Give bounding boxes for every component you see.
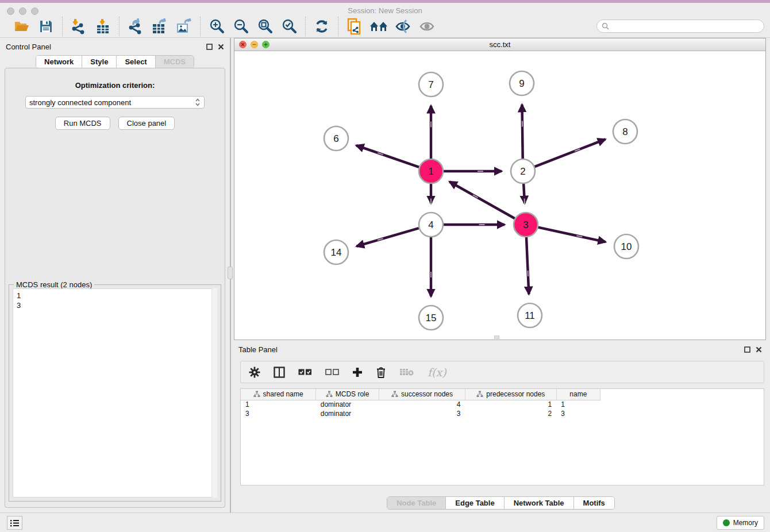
- column-header-predecessor-nodes[interactable]: predecessor nodes: [465, 389, 557, 400]
- mcds-result-title: MCDS result (2 nodes): [14, 280, 94, 289]
- column-layout-icon[interactable]: [274, 367, 285, 378]
- search-field[interactable]: [596, 20, 764, 33]
- optimization-criterion-select[interactable]: strongly connected component: [25, 96, 205, 109]
- zoom-in-icon[interactable]: [207, 17, 226, 36]
- network-view-window: scc.txt 7968124314101511: [234, 38, 766, 340]
- export-image-icon[interactable]: [175, 17, 193, 36]
- clear-selection-icon[interactable]: [325, 368, 339, 376]
- graph-node-4[interactable]: 4: [419, 213, 443, 237]
- zoom-fit-icon[interactable]: [256, 17, 274, 36]
- table-settings-gear-icon[interactable]: [249, 367, 260, 378]
- status-bar: Memory: [0, 512, 770, 532]
- graph-node-7[interactable]: 7: [419, 72, 443, 97]
- search-input[interactable]: [612, 22, 759, 30]
- float-table-panel-icon[interactable]: [744, 346, 750, 353]
- graph-node-8[interactable]: 8: [613, 119, 637, 144]
- svg-text:8: 8: [622, 126, 627, 137]
- edge-3-1[interactable]: [449, 182, 515, 218]
- panel-split-grip[interactable]: [228, 267, 233, 279]
- table-toolbar: f(x): [240, 361, 764, 383]
- show-graphics-details-icon[interactable]: [418, 17, 436, 36]
- column-header-name[interactable]: name: [556, 389, 600, 400]
- float-panel-icon[interactable]: [206, 44, 213, 50]
- edge-label-mark: [478, 171, 483, 172]
- graph-node-2[interactable]: 2: [511, 159, 535, 183]
- edge-label-mark: [430, 199, 432, 205]
- window-title: Session: New Session: [0, 6, 770, 15]
- svg-text:15: 15: [426, 313, 437, 323]
- close-panel-button[interactable]: Close panel: [118, 117, 175, 130]
- network-canvas[interactable]: 7968124314101511: [234, 51, 765, 340]
- mcds-result-text[interactable]: 1 3: [13, 288, 217, 498]
- graph-node-3[interactable]: 3: [514, 213, 538, 237]
- edge-label-mark: [430, 272, 432, 277]
- task-history-button[interactable]: [7, 516, 22, 530]
- edge-3-11[interactable]: [526, 237, 529, 294]
- select-all-icon[interactable]: [298, 368, 312, 376]
- home-layout-icon[interactable]: [369, 17, 388, 36]
- edge-3-10[interactable]: [538, 228, 605, 242]
- column-header-shared-name[interactable]: shared name: [241, 389, 316, 400]
- tab-edge-table[interactable]: Edge Table: [446, 497, 504, 509]
- column-header-successor-nodes[interactable]: successor nodes: [379, 389, 465, 400]
- edge-label-mark: [522, 121, 523, 126]
- tab-node-table[interactable]: Node Table: [387, 497, 446, 509]
- edge-4-14[interactable]: [357, 228, 419, 246]
- svg-text:9: 9: [519, 78, 524, 89]
- import-table-icon[interactable]: [94, 17, 112, 36]
- run-mcds-button[interactable]: Run MCDS: [55, 117, 110, 130]
- edge-label-mark: [430, 122, 432, 128]
- edge-2-9[interactable]: [522, 105, 522, 159]
- close-panel-icon[interactable]: [218, 44, 224, 50]
- network-scroll-grip[interactable]: [494, 336, 499, 339]
- refresh-network-view-icon[interactable]: [313, 17, 331, 36]
- main-area: Control Panel NetworkStyleSelectMCDS Opt…: [0, 38, 770, 512]
- tab-style[interactable]: Style: [82, 56, 117, 68]
- import-network-icon[interactable]: [70, 17, 88, 36]
- add-row-icon[interactable]: [352, 367, 363, 377]
- table-tabs: Node TableEdge TableNetwork TableMotifs: [232, 496, 770, 510]
- table-row[interactable]: 1dominator411: [241, 400, 764, 409]
- tab-motifs[interactable]: Motifs: [574, 497, 614, 509]
- result-scrollbar[interactable]: [211, 288, 217, 498]
- graph-node-14[interactable]: 14: [324, 240, 348, 264]
- graph-node-11[interactable]: 11: [518, 303, 542, 327]
- svg-text:1: 1: [428, 166, 433, 177]
- main-toolbar: [0, 15, 770, 38]
- hide-graphics-details-icon[interactable]: [394, 17, 412, 36]
- close-table-panel-icon[interactable]: [756, 346, 762, 353]
- delete-row-icon[interactable]: [376, 367, 386, 378]
- memory-button[interactable]: Memory: [717, 516, 764, 530]
- open-session-icon[interactable]: [13, 17, 31, 36]
- tab-select[interactable]: Select: [117, 56, 155, 68]
- memory-status-icon: [723, 519, 730, 526]
- svg-text:7: 7: [428, 79, 433, 90]
- tree-icon: [391, 391, 398, 398]
- save-session-icon[interactable]: [37, 17, 55, 36]
- edge-1-6[interactable]: [356, 145, 419, 167]
- tab-network[interactable]: Network: [36, 56, 82, 68]
- table-row[interactable]: 3dominator323: [241, 409, 764, 418]
- svg-text:3: 3: [523, 219, 528, 230]
- node-table[interactable]: shared nameMCDS rolesuccessor nodesprede…: [240, 388, 764, 485]
- graph-node-9[interactable]: 9: [510, 71, 534, 95]
- zoom-selected-icon[interactable]: [280, 17, 298, 36]
- graph-node-6[interactable]: 6: [324, 126, 348, 151]
- clone-network-icon[interactable]: [345, 17, 364, 36]
- application-window: Session: New Session: [0, 0, 770, 532]
- tab-mcds[interactable]: MCDS: [156, 56, 194, 68]
- network-window-titlebar[interactable]: scc.txt: [234, 38, 765, 51]
- memory-label: Memory: [733, 519, 758, 527]
- tab-network-table[interactable]: Network Table: [505, 497, 574, 509]
- edge-2-8[interactable]: [535, 139, 606, 167]
- svg-text:11: 11: [525, 310, 535, 321]
- svg-text:4: 4: [428, 219, 433, 230]
- export-table-icon[interactable]: [151, 17, 169, 36]
- graph-node-10[interactable]: 10: [614, 234, 638, 259]
- graph-node-1[interactable]: 1: [419, 159, 443, 183]
- export-network-icon[interactable]: [126, 17, 145, 36]
- zoom-out-icon[interactable]: [232, 17, 250, 36]
- graph-node-15[interactable]: 15: [419, 306, 443, 330]
- select-chevrons-icon: [195, 98, 201, 106]
- column-header-MCDS-role[interactable]: MCDS role: [316, 389, 379, 400]
